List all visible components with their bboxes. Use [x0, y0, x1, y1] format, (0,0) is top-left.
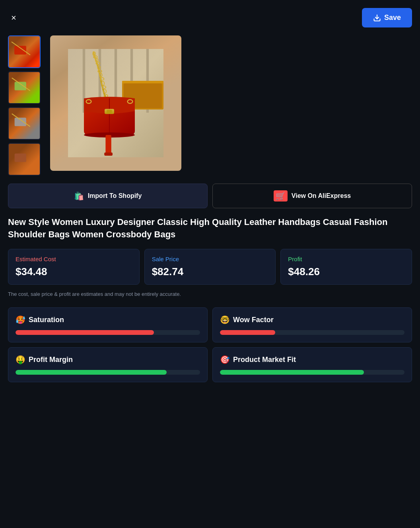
- profit-margin-label: Profit Margin: [29, 356, 73, 364]
- svg-rect-3: [15, 82, 26, 90]
- product-market-fit-header: 🎯 Product Market Fit: [220, 355, 404, 364]
- pricing-grid: Estimated Cost $34.48 Sale Price $82.74 …: [8, 249, 412, 285]
- profit-card: Profit $48.26: [280, 249, 412, 285]
- save-button[interactable]: Save: [362, 8, 412, 27]
- wow-factor-progress-bar: [220, 330, 275, 335]
- thumbnail-4[interactable]: [8, 143, 41, 176]
- saturation-emoji: 🥵: [16, 315, 25, 325]
- sale-price-value: $82.74: [152, 266, 268, 278]
- close-button[interactable]: ×: [8, 10, 19, 25]
- wow-factor-card: 🤓 Wow Factor: [212, 307, 412, 342]
- thumbnail-1[interactable]: [8, 35, 41, 68]
- wow-factor-label: Wow Factor: [233, 316, 274, 324]
- view-aliexpress-button[interactable]: 🛒 View On AliExpress: [212, 184, 412, 208]
- product-illustration: [68, 47, 163, 159]
- wow-factor-progress-container: [220, 330, 404, 335]
- profit-margin-progress-bar: [16, 370, 167, 375]
- product-images-section: [8, 35, 412, 176]
- saturation-label: Saturation: [29, 316, 64, 324]
- wow-factor-emoji: 🤓: [220, 315, 230, 325]
- svg-rect-15: [122, 81, 163, 83]
- profit-margin-header: 🤑 Profit Margin: [16, 355, 200, 364]
- pricing-disclaimer: The cost, sale price & profit are estima…: [8, 290, 412, 298]
- svg-rect-1: [14, 46, 26, 55]
- svg-rect-35: [104, 153, 113, 156]
- sale-price-label: Sale Price: [152, 256, 268, 262]
- product-market-fit-progress-bar: [220, 370, 364, 375]
- profit-label: Profit: [288, 256, 404, 262]
- save-icon: [373, 14, 381, 22]
- saturation-progress-container: [16, 330, 200, 335]
- aliexpress-icon: 🛒: [274, 190, 288, 201]
- top-bar: × Save: [8, 8, 412, 27]
- import-shopify-button[interactable]: 🛍️ Import To Shopify: [8, 184, 208, 208]
- saturation-card: 🥵 Saturation: [8, 307, 208, 342]
- product-market-fit-emoji: 🎯: [220, 355, 230, 364]
- shopify-icon: 🛍️: [74, 191, 84, 201]
- estimated-cost-label: Estimated Cost: [16, 256, 132, 262]
- product-market-fit-card: 🎯 Product Market Fit: [212, 347, 412, 382]
- thumbnail-list: [8, 35, 44, 176]
- product-title: New Style Women Luxury Designer Classic …: [8, 216, 412, 241]
- main-product-image: [50, 35, 181, 171]
- estimated-cost-card: Estimated Cost $34.48: [8, 249, 140, 285]
- profit-margin-card: 🤑 Profit Margin: [8, 347, 208, 382]
- import-label: Import To Shopify: [88, 192, 142, 199]
- metrics-grid: 🥵 Saturation 🤓 Wow Factor 🤑 Profit Margi…: [8, 307, 412, 382]
- svg-rect-5: [15, 117, 26, 126]
- profit-value: $48.26: [288, 266, 404, 278]
- action-buttons: 🛍️ Import To Shopify 🛒 View On AliExpres…: [8, 184, 412, 208]
- saturation-progress-bar: [16, 330, 154, 335]
- aliexpress-label: View On AliExpress: [292, 192, 351, 199]
- saturation-header: 🥵 Saturation: [16, 315, 200, 325]
- thumbnail-2[interactable]: [8, 71, 41, 104]
- profit-margin-emoji: 🤑: [16, 355, 25, 364]
- profit-margin-progress-container: [16, 370, 200, 375]
- product-market-fit-progress-container: [220, 370, 404, 375]
- wow-factor-header: 🤓 Wow Factor: [220, 315, 404, 325]
- thumbnail-3[interactable]: [8, 107, 41, 140]
- estimated-cost-value: $34.48: [16, 266, 132, 278]
- sale-price-card: Sale Price $82.74: [144, 249, 276, 285]
- svg-rect-33: [107, 110, 112, 113]
- product-market-fit-label: Product Market Fit: [233, 356, 296, 364]
- svg-rect-7: [15, 153, 26, 162]
- save-label: Save: [384, 14, 401, 22]
